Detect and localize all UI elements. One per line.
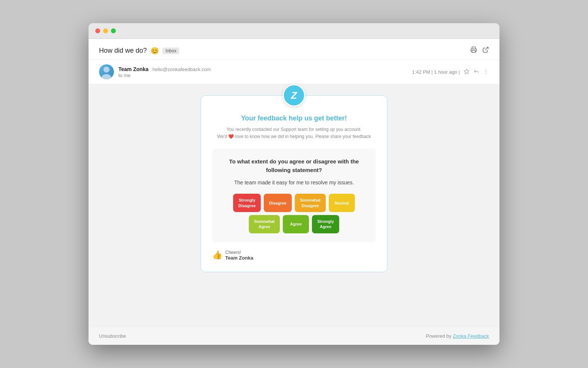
sender-name: Team Zonka: [118, 66, 149, 72]
traffic-light-green[interactable]: [111, 28, 116, 33]
avatar: [99, 64, 114, 79]
sender-info: Team Zonka hello@zonkafeedback.com to me: [99, 64, 211, 79]
zonka-feedback-link[interactable]: Zonka Feedback: [453, 333, 489, 339]
agree-button[interactable]: Agree: [283, 215, 309, 233]
smiley-icon: 😊: [151, 47, 159, 55]
browser-content: How did we do? 😊 Inbox: [89, 39, 499, 345]
sender-details: Team Zonka hello@zonkafeedback.com to me: [118, 66, 211, 78]
somewhat-disagree-button[interactable]: SomewhatDisagree: [295, 194, 326, 212]
email-meta: 1:42 PM | 1 hour ago |: [412, 68, 489, 76]
disagree-button[interactable]: Disagree: [264, 194, 291, 212]
sender-to: to me: [118, 73, 211, 78]
svg-marker-4: [464, 69, 469, 74]
footer-text: Cheers! Team Zonka: [225, 250, 253, 261]
svg-rect-0: [472, 50, 476, 53]
svg-line-1: [485, 47, 488, 50]
traffic-light-red[interactable]: [95, 28, 100, 33]
survey-card: Your feedback help us get better! You re…: [201, 95, 387, 272]
inbox-badge: Inbox: [163, 47, 179, 54]
cheers-text: Cheers!: [225, 250, 253, 255]
powered-by: Powered by Zonka Feedback: [426, 333, 489, 339]
open-external-icon[interactable]: [482, 46, 489, 55]
svg-point-6: [486, 71, 486, 72]
somewhat-agree-button[interactable]: SomewhatAgree: [249, 215, 280, 233]
rating-buttons: StronglyDisagree Disagree SomewhatDisagr…: [220, 194, 368, 233]
browser-titlebar: [89, 23, 499, 39]
email-sender-row: Team Zonka hello@zonkafeedback.com to me…: [89, 60, 499, 84]
star-icon[interactable]: [464, 68, 470, 76]
email-subject-area: How did we do? 😊 Inbox: [99, 47, 179, 55]
survey-footer: 👍 Cheers! Team Zonka: [212, 250, 253, 261]
subtitle-line1: You recently contacted our Support team …: [226, 127, 361, 132]
question-text: To what extent do you agree or disagree …: [220, 157, 368, 174]
subtitle-line2: We'd ❤️ love to know how we did in helpi…: [217, 134, 371, 139]
email-body: Z Your feedback help us get better! You …: [89, 84, 499, 327]
survey-card-wrapper: Z Your feedback help us get better! You …: [201, 95, 387, 272]
email-time: 1:42 PM | 1 hour ago |: [412, 69, 460, 75]
email-header-actions: [470, 46, 489, 55]
traffic-light-yellow[interactable]: [103, 28, 108, 33]
strongly-agree-button[interactable]: StronglyAgree: [312, 215, 339, 233]
zonka-logo: Z: [283, 84, 305, 107]
svg-point-7: [486, 73, 486, 73]
strongly-disagree-button[interactable]: StronglyDisagree: [233, 194, 261, 212]
sender-name-row: Team Zonka hello@zonkafeedback.com: [118, 66, 211, 73]
print-icon[interactable]: [470, 46, 477, 55]
sender-email: hello@zonkafeedback.com: [152, 67, 211, 72]
survey-title: Your feedback help us get better!: [241, 114, 347, 122]
survey-question-box: To what extent do you agree or disagree …: [212, 148, 376, 242]
survey-subtitle: You recently contacted our Support team …: [217, 126, 371, 140]
email-footer: Unsubscribe Powered by Zonka Feedback: [89, 327, 499, 345]
zonka-letter: Z: [291, 90, 297, 101]
svg-point-2: [103, 67, 109, 73]
email-container: How did we do? 😊 Inbox: [89, 39, 499, 345]
statement-text: The team made it easy for me to resolve …: [234, 180, 354, 185]
more-icon[interactable]: [483, 68, 489, 76]
neutral-button[interactable]: Neutral: [329, 194, 355, 212]
team-name: Team Zonka: [225, 255, 253, 261]
svg-point-5: [486, 69, 486, 70]
email-subject: How did we do?: [99, 47, 147, 55]
unsubscribe-link[interactable]: Unsubscribe: [99, 333, 126, 339]
reply-icon[interactable]: [473, 68, 479, 76]
thumbs-up-icon: 👍: [212, 250, 222, 260]
meta-icons: [464, 68, 489, 76]
powered-by-prefix: Powered by: [426, 333, 453, 339]
browser-window: How did we do? 😊 Inbox: [89, 23, 499, 345]
email-header: How did we do? 😊 Inbox: [89, 39, 499, 60]
svg-point-3: [102, 74, 111, 79]
